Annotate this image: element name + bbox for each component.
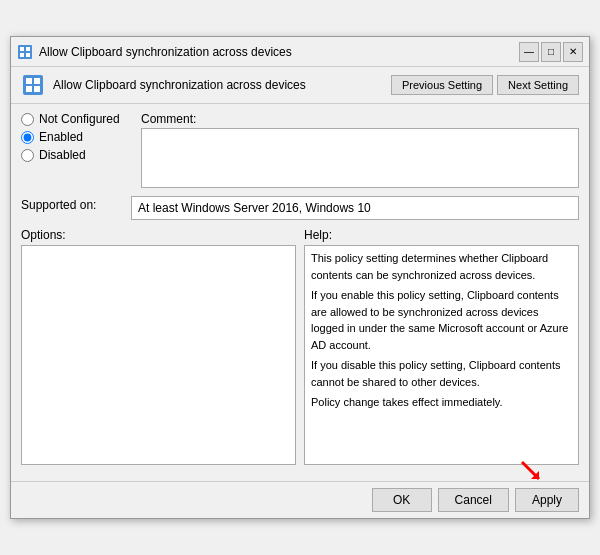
supported-label: Supported on:: [21, 196, 131, 220]
disabled-option[interactable]: Disabled: [21, 148, 131, 162]
svg-rect-2: [26, 47, 30, 51]
next-setting-button[interactable]: Next Setting: [497, 75, 579, 95]
disabled-radio[interactable]: [21, 149, 34, 162]
not-configured-label: Not Configured: [39, 112, 120, 126]
svg-rect-7: [34, 78, 40, 84]
window-icon: [17, 44, 33, 60]
cancel-button[interactable]: Cancel: [438, 488, 509, 512]
title-bar: Allow Clipboard synchronization across d…: [11, 37, 589, 67]
title-controls: — □ ✕: [519, 42, 583, 62]
ok-button[interactable]: OK: [372, 488, 432, 512]
comment-inner: Comment:: [141, 112, 579, 188]
help-label: Help:: [304, 228, 579, 242]
two-panel: Options: Help: This policy setting deter…: [21, 228, 579, 465]
help-panel: Help: This policy setting determines whe…: [304, 228, 579, 465]
svg-rect-1: [20, 47, 24, 51]
red-arrow-icon: [517, 457, 547, 487]
bottom-bar: OK Cancel Apply: [11, 481, 589, 518]
minimize-button[interactable]: —: [519, 42, 539, 62]
supported-value: At least Windows Server 2016, Windows 10: [131, 196, 579, 220]
prev-setting-button[interactable]: Previous Setting: [391, 75, 493, 95]
options-panel: Options:: [21, 228, 296, 465]
top-section: Not Configured Enabled Disabled Comment:: [21, 112, 579, 188]
header-title: Allow Clipboard synchronization across d…: [53, 78, 383, 92]
enabled-label: Enabled: [39, 130, 83, 144]
supported-section: Supported on: At least Windows Server 20…: [21, 196, 579, 220]
help-text3: If you disable this policy setting, Clip…: [311, 357, 572, 390]
svg-rect-4: [26, 53, 30, 57]
header-icon: [21, 73, 45, 97]
help-text4: Policy change takes effect immediately.: [311, 394, 572, 411]
svg-rect-3: [20, 53, 24, 57]
svg-rect-9: [34, 86, 40, 92]
not-configured-option[interactable]: Not Configured: [21, 112, 131, 126]
not-configured-radio[interactable]: [21, 113, 34, 126]
title-bar-left: Allow Clipboard synchronization across d…: [17, 44, 292, 60]
maximize-button[interactable]: □: [541, 42, 561, 62]
nav-buttons: Previous Setting Next Setting: [391, 75, 579, 95]
help-text1: This policy setting determines whether C…: [311, 250, 572, 283]
help-box: This policy setting determines whether C…: [304, 245, 579, 465]
options-box: [21, 245, 296, 465]
help-text2: If you enable this policy setting, Clipb…: [311, 287, 572, 353]
close-button[interactable]: ✕: [563, 42, 583, 62]
radio-group: Not Configured Enabled Disabled: [21, 112, 131, 188]
arrow-indicator: [517, 457, 547, 490]
comment-textarea[interactable]: [141, 128, 579, 188]
enabled-option[interactable]: Enabled: [21, 130, 131, 144]
content-area: Not Configured Enabled Disabled Comment:: [11, 104, 589, 481]
disabled-label: Disabled: [39, 148, 86, 162]
svg-rect-8: [26, 86, 32, 92]
comment-label: Comment:: [141, 112, 579, 126]
svg-rect-6: [26, 78, 32, 84]
comment-section: Comment:: [141, 112, 579, 188]
enabled-radio[interactable]: [21, 131, 34, 144]
main-window: Allow Clipboard synchronization across d…: [10, 36, 590, 519]
title-text: Allow Clipboard synchronization across d…: [39, 45, 292, 59]
options-label: Options:: [21, 228, 296, 242]
header-bar: Allow Clipboard synchronization across d…: [11, 67, 589, 104]
apply-button[interactable]: Apply: [515, 488, 579, 512]
